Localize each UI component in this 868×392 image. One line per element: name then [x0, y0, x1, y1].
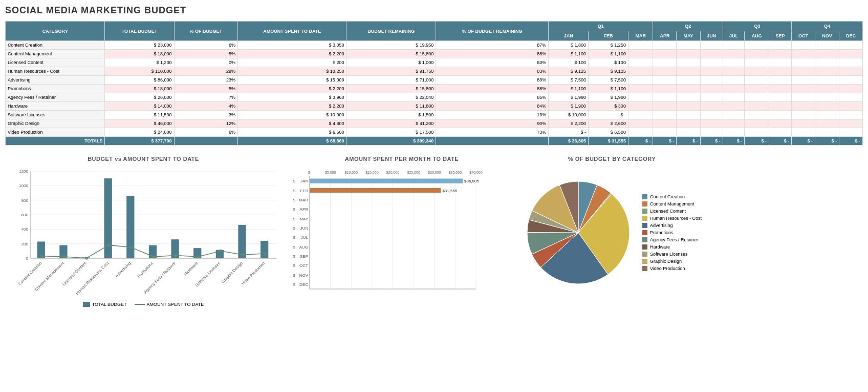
pie-legend-label: Advertising	[650, 223, 673, 228]
svg-text:$: $	[293, 263, 296, 268]
svg-text:Licensed Content: Licensed Content	[61, 261, 88, 287]
svg-text:DEC: DEC	[299, 282, 308, 287]
col-header-q3: Q3	[723, 22, 791, 31]
table-row: Graphic Design$ 46,00012%$ 4,800$ 41,200…	[6, 119, 863, 128]
svg-text:0: 0	[26, 256, 29, 261]
totals-sep: $ -	[769, 137, 791, 146]
pie-chart-container: % OF BUDGET BY CATEGORY Content Creation…	[522, 156, 702, 299]
totals-label: TOTALS	[6, 137, 105, 146]
svg-text:SEP: SEP	[300, 254, 308, 259]
charts-section: BUDGET vs AMOUNT SPENT TO DATE 120010008…	[5, 156, 863, 307]
col-header-oct: OCT	[792, 31, 815, 41]
bar-chart-legend: TOTAL BUDGET AMOUNT SPENT TO DATE	[83, 302, 204, 307]
svg-text:$: $	[293, 254, 296, 259]
col-header-sep: SEP	[769, 31, 791, 41]
pie-legend-color	[642, 194, 647, 199]
pie-chart-area: Content CreationContent ManagementLicens…	[522, 166, 702, 299]
pie-legend-item: Promotions	[642, 230, 702, 235]
pie-legend-item: Software Licenses	[642, 252, 702, 257]
totals-remaining: $ 309,340	[346, 137, 436, 146]
pie-chart-legend: Content CreationContent ManagementLicens…	[642, 194, 702, 271]
table-row: Content Creation$ 23,0006%$ 3,050$ 19,95…	[6, 41, 863, 50]
pie-legend-item: Video Production	[642, 266, 702, 271]
budget-table: CATEGORY TOTAL BUDGET % OF BUDGET AMOUNT…	[5, 21, 863, 146]
svg-text:JAN: JAN	[300, 179, 308, 183]
svg-text:$: $	[293, 235, 296, 240]
svg-text:$15,000: $15,000	[365, 171, 378, 174]
totals-apr: $ -	[653, 137, 677, 146]
svg-text:Graphic Design: Graphic Design	[221, 261, 244, 284]
col-header-mar: MAR	[628, 31, 653, 41]
pie-legend-color	[642, 252, 647, 257]
svg-text:FEB: FEB	[300, 189, 308, 193]
horiz-chart-container: AMOUNT SPENT PER MONTH TO DATE $-$5,000$…	[292, 156, 512, 299]
totals-spent: $ 68,360	[238, 137, 346, 146]
svg-text:$: $	[293, 217, 296, 221]
col-header-amount-spent: AMOUNT SPENT TO DATE	[238, 22, 346, 41]
bar-legend-total-color	[83, 302, 90, 307]
pie-chart-title: % OF BUDGET BY CATEGORY	[568, 156, 656, 162]
pie-legend-label: Hardware	[650, 244, 670, 250]
svg-text:800: 800	[21, 198, 29, 203]
page-title: SOCIAL MEDIA MARKETING BUDGET	[5, 5, 863, 16]
svg-text:$30,000: $30,000	[428, 171, 441, 174]
bar-chart-title: BUDGET vs AMOUNT SPENT TO DATE	[88, 156, 199, 162]
svg-text:Content Creation: Content Creation	[17, 261, 42, 286]
pie-legend-label: Video Production	[650, 266, 685, 271]
svg-rect-73	[310, 188, 441, 193]
svg-text:MAR: MAR	[299, 198, 308, 202]
col-header-jul: JUL	[723, 31, 744, 41]
pie-legend-label: Content Creation	[650, 194, 685, 199]
col-header-apr: APR	[653, 31, 677, 41]
pie-legend-label: Software Licenses	[650, 252, 688, 257]
svg-text:600: 600	[21, 213, 29, 217]
svg-text:$: $	[293, 189, 296, 193]
svg-text:NOV: NOV	[299, 273, 309, 278]
totals-may: $ -	[677, 137, 700, 146]
totals-mar: $ -	[628, 137, 653, 146]
pie-legend-label: Graphic Design	[650, 259, 682, 264]
pie-chart-svg	[522, 166, 635, 299]
totals-pct	[174, 137, 238, 146]
horiz-chart-svg: $-$5,000$10,000$15,000$20,000$25,000$30,…	[292, 166, 512, 299]
svg-text:MAY: MAY	[299, 217, 308, 221]
svg-text:$10,000: $10,000	[345, 171, 358, 174]
totals-row: TOTALS $ 377,700 $ 68,360 $ 309,340 $ 36…	[6, 137, 863, 146]
pie-legend-item: Graphic Design	[642, 259, 702, 264]
col-header-aug: AUG	[745, 31, 769, 41]
totals-dec: $ -	[839, 137, 862, 146]
svg-text:JUL: JUL	[301, 235, 309, 240]
totals-jul: $ -	[723, 137, 744, 146]
col-header-jun: JUN	[700, 31, 723, 41]
table-row: Video Production$ 24,0006%$ 6,500$ 17,50…	[6, 128, 863, 137]
totals-total: $ 377,700	[105, 137, 174, 146]
svg-text:$: $	[293, 282, 296, 287]
svg-text:1200: 1200	[19, 169, 28, 174]
col-header-budget-remaining: BUDGET REMAINING	[346, 22, 436, 41]
table-row: Content Management$ 18,0005%$ 2,200$ 15,…	[6, 50, 863, 58]
col-header-dec: DEC	[839, 31, 862, 41]
svg-text:$: $	[293, 198, 296, 202]
svg-text:200: 200	[21, 242, 29, 246]
col-header-feb: FEB	[589, 31, 628, 41]
svg-text:$36,805: $36,805	[464, 179, 479, 183]
bar-legend-spent-label: AMOUNT SPENT TO DATE	[147, 302, 204, 307]
svg-text:$: $	[293, 179, 296, 183]
table-row: Human Resources - Cost$ 110,00029%$ 18,2…	[6, 67, 863, 76]
bar-legend-total: TOTAL BUDGET	[83, 302, 127, 307]
svg-rect-41	[238, 225, 246, 258]
pie-legend-item: Content Management	[642, 201, 702, 207]
totals-pct-rem	[436, 137, 549, 146]
totals-jan: $ 36,805	[549, 137, 589, 146]
table-row: Advertising$ 86,00023%$ 15,000$ 71,00083…	[6, 76, 863, 85]
pie-legend-item: Hardware	[642, 244, 702, 250]
pie-legend-color	[642, 266, 647, 271]
totals-jun: $ -	[700, 137, 723, 146]
svg-text:$: $	[293, 245, 296, 250]
col-header-category: CATEGORY	[6, 22, 105, 41]
svg-text:$: $	[293, 273, 296, 278]
bar-legend-spent: AMOUNT SPENT TO DATE	[135, 302, 204, 307]
svg-rect-26	[126, 196, 134, 258]
svg-text:Promotions: Promotions	[136, 261, 154, 279]
col-header-q2: Q2	[653, 22, 723, 31]
